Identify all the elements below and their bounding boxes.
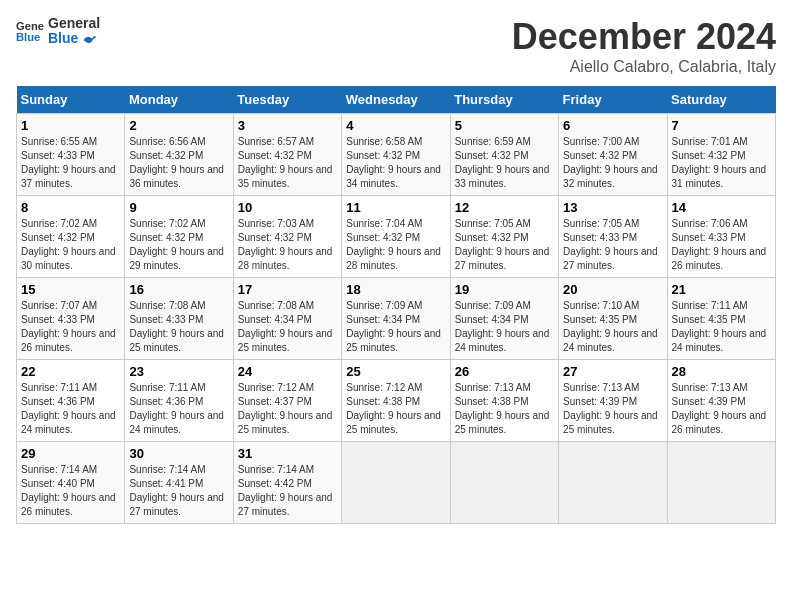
col-thursday: Thursday [450, 86, 558, 114]
calendar-cell: 3 Sunrise: 6:57 AM Sunset: 4:32 PM Dayli… [233, 114, 341, 196]
calendar-cell: 2 Sunrise: 6:56 AM Sunset: 4:32 PM Dayli… [125, 114, 233, 196]
day-detail: Sunrise: 7:12 AM Sunset: 4:37 PM Dayligh… [238, 381, 337, 437]
day-detail: Sunrise: 7:02 AM Sunset: 4:32 PM Dayligh… [21, 217, 120, 273]
calendar-cell [450, 442, 558, 524]
day-detail: Sunrise: 7:13 AM Sunset: 4:38 PM Dayligh… [455, 381, 554, 437]
day-detail: Sunrise: 6:57 AM Sunset: 4:32 PM Dayligh… [238, 135, 337, 191]
day-detail: Sunrise: 6:56 AM Sunset: 4:32 PM Dayligh… [129, 135, 228, 191]
day-detail: Sunrise: 7:09 AM Sunset: 4:34 PM Dayligh… [346, 299, 445, 355]
logo-blue-text: Blue [48, 31, 100, 46]
col-tuesday: Tuesday [233, 86, 341, 114]
calendar-cell: 27 Sunrise: 7:13 AM Sunset: 4:39 PM Dayl… [559, 360, 667, 442]
day-number: 30 [129, 446, 228, 461]
day-detail: Sunrise: 7:02 AM Sunset: 4:32 PM Dayligh… [129, 217, 228, 273]
day-detail: Sunrise: 7:08 AM Sunset: 4:33 PM Dayligh… [129, 299, 228, 355]
day-detail: Sunrise: 6:58 AM Sunset: 4:32 PM Dayligh… [346, 135, 445, 191]
svg-text:General: General [16, 20, 44, 32]
day-number: 3 [238, 118, 337, 133]
calendar-cell: 12 Sunrise: 7:05 AM Sunset: 4:32 PM Dayl… [450, 196, 558, 278]
location-subtitle: Aiello Calabro, Calabria, Italy [512, 58, 776, 76]
col-monday: Monday [125, 86, 233, 114]
calendar-cell: 5 Sunrise: 6:59 AM Sunset: 4:32 PM Dayli… [450, 114, 558, 196]
day-detail: Sunrise: 7:08 AM Sunset: 4:34 PM Dayligh… [238, 299, 337, 355]
day-detail: Sunrise: 7:11 AM Sunset: 4:36 PM Dayligh… [21, 381, 120, 437]
day-number: 5 [455, 118, 554, 133]
day-detail: Sunrise: 7:00 AM Sunset: 4:32 PM Dayligh… [563, 135, 662, 191]
day-detail: Sunrise: 7:05 AM Sunset: 4:32 PM Dayligh… [455, 217, 554, 273]
day-detail: Sunrise: 7:13 AM Sunset: 4:39 PM Dayligh… [563, 381, 662, 437]
calendar-week-row: 8 Sunrise: 7:02 AM Sunset: 4:32 PM Dayli… [17, 196, 776, 278]
calendar-cell: 1 Sunrise: 6:55 AM Sunset: 4:33 PM Dayli… [17, 114, 125, 196]
calendar-week-row: 1 Sunrise: 6:55 AM Sunset: 4:33 PM Dayli… [17, 114, 776, 196]
calendar-cell: 16 Sunrise: 7:08 AM Sunset: 4:33 PM Dayl… [125, 278, 233, 360]
day-number: 25 [346, 364, 445, 379]
calendar-cell: 29 Sunrise: 7:14 AM Sunset: 4:40 PM Dayl… [17, 442, 125, 524]
calendar-week-row: 15 Sunrise: 7:07 AM Sunset: 4:33 PM Dayl… [17, 278, 776, 360]
day-number: 28 [672, 364, 771, 379]
calendar-cell: 24 Sunrise: 7:12 AM Sunset: 4:37 PM Dayl… [233, 360, 341, 442]
calendar-cell: 25 Sunrise: 7:12 AM Sunset: 4:38 PM Dayl… [342, 360, 450, 442]
day-number: 4 [346, 118, 445, 133]
day-number: 13 [563, 200, 662, 215]
day-detail: Sunrise: 7:11 AM Sunset: 4:35 PM Dayligh… [672, 299, 771, 355]
day-number: 11 [346, 200, 445, 215]
calendar-cell: 17 Sunrise: 7:08 AM Sunset: 4:34 PM Dayl… [233, 278, 341, 360]
col-friday: Friday [559, 86, 667, 114]
day-detail: Sunrise: 7:14 AM Sunset: 4:41 PM Dayligh… [129, 463, 228, 519]
day-number: 12 [455, 200, 554, 215]
day-detail: Sunrise: 7:05 AM Sunset: 4:33 PM Dayligh… [563, 217, 662, 273]
day-detail: Sunrise: 7:04 AM Sunset: 4:32 PM Dayligh… [346, 217, 445, 273]
day-number: 29 [21, 446, 120, 461]
day-number: 26 [455, 364, 554, 379]
calendar-cell: 6 Sunrise: 7:00 AM Sunset: 4:32 PM Dayli… [559, 114, 667, 196]
day-detail: Sunrise: 7:13 AM Sunset: 4:39 PM Dayligh… [672, 381, 771, 437]
calendar-cell: 31 Sunrise: 7:14 AM Sunset: 4:42 PM Dayl… [233, 442, 341, 524]
title-area: December 2024 Aiello Calabro, Calabria, … [512, 16, 776, 76]
logo-general-text: General [48, 16, 100, 31]
weekday-header-row: Sunday Monday Tuesday Wednesday Thursday… [17, 86, 776, 114]
col-wednesday: Wednesday [342, 86, 450, 114]
month-title: December 2024 [512, 16, 776, 58]
calendar-week-row: 29 Sunrise: 7:14 AM Sunset: 4:40 PM Dayl… [17, 442, 776, 524]
calendar-cell [342, 442, 450, 524]
day-number: 7 [672, 118, 771, 133]
day-number: 6 [563, 118, 662, 133]
svg-text:Blue: Blue [16, 31, 40, 43]
calendar-cell [667, 442, 775, 524]
day-number: 22 [21, 364, 120, 379]
calendar-cell: 10 Sunrise: 7:03 AM Sunset: 4:32 PM Dayl… [233, 196, 341, 278]
day-detail: Sunrise: 7:09 AM Sunset: 4:34 PM Dayligh… [455, 299, 554, 355]
col-saturday: Saturday [667, 86, 775, 114]
calendar-cell: 14 Sunrise: 7:06 AM Sunset: 4:33 PM Dayl… [667, 196, 775, 278]
calendar-cell [559, 442, 667, 524]
day-number: 16 [129, 282, 228, 297]
calendar-cell: 20 Sunrise: 7:10 AM Sunset: 4:35 PM Dayl… [559, 278, 667, 360]
day-detail: Sunrise: 7:12 AM Sunset: 4:38 PM Dayligh… [346, 381, 445, 437]
day-number: 9 [129, 200, 228, 215]
calendar-cell: 7 Sunrise: 7:01 AM Sunset: 4:32 PM Dayli… [667, 114, 775, 196]
day-detail: Sunrise: 7:10 AM Sunset: 4:35 PM Dayligh… [563, 299, 662, 355]
day-detail: Sunrise: 7:14 AM Sunset: 4:40 PM Dayligh… [21, 463, 120, 519]
calendar-week-row: 22 Sunrise: 7:11 AM Sunset: 4:36 PM Dayl… [17, 360, 776, 442]
calendar-cell: 30 Sunrise: 7:14 AM Sunset: 4:41 PM Dayl… [125, 442, 233, 524]
day-number: 14 [672, 200, 771, 215]
day-number: 1 [21, 118, 120, 133]
calendar-cell: 21 Sunrise: 7:11 AM Sunset: 4:35 PM Dayl… [667, 278, 775, 360]
col-sunday: Sunday [17, 86, 125, 114]
day-number: 31 [238, 446, 337, 461]
day-number: 18 [346, 282, 445, 297]
calendar-cell: 9 Sunrise: 7:02 AM Sunset: 4:32 PM Dayli… [125, 196, 233, 278]
day-number: 20 [563, 282, 662, 297]
calendar-cell: 23 Sunrise: 7:11 AM Sunset: 4:36 PM Dayl… [125, 360, 233, 442]
day-number: 17 [238, 282, 337, 297]
calendar-cell: 19 Sunrise: 7:09 AM Sunset: 4:34 PM Dayl… [450, 278, 558, 360]
day-number: 24 [238, 364, 337, 379]
day-number: 21 [672, 282, 771, 297]
logo: General Blue General Blue [16, 16, 100, 47]
day-detail: Sunrise: 7:07 AM Sunset: 4:33 PM Dayligh… [21, 299, 120, 355]
calendar-cell: 22 Sunrise: 7:11 AM Sunset: 4:36 PM Dayl… [17, 360, 125, 442]
day-number: 15 [21, 282, 120, 297]
calendar-cell: 13 Sunrise: 7:05 AM Sunset: 4:33 PM Dayl… [559, 196, 667, 278]
day-detail: Sunrise: 6:59 AM Sunset: 4:32 PM Dayligh… [455, 135, 554, 191]
calendar-cell: 8 Sunrise: 7:02 AM Sunset: 4:32 PM Dayli… [17, 196, 125, 278]
